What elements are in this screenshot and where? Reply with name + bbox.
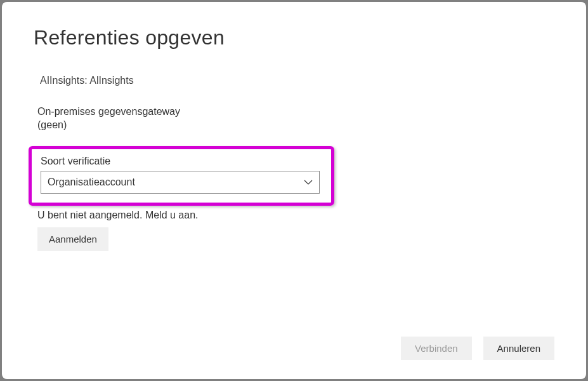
cancel-button[interactable]: Annuleren [483,337,554,360]
auth-type-selected-value: Organisatieaccount [48,177,135,188]
auth-type-label: Soort verificatie [41,156,320,167]
dialog-title: Referenties opgeven [34,26,554,50]
dialog-content: AIInsights: AlInsights On-premises gegev… [34,75,554,337]
signin-button[interactable]: Aanmelden [37,227,108,251]
gateway-label: On-premises gegevensgateway [37,104,554,119]
datasource-label: AIInsights: AlInsights [40,75,554,86]
auth-type-select[interactable]: Organisatieaccount [41,171,320,194]
dialog-footer: Verbinden Annuleren [34,337,554,360]
auth-type-select-wrap: Organisatieaccount [41,171,320,194]
credentials-dialog: Referenties opgeven AIInsights: AlInsigh… [2,2,586,379]
signin-status-text: U bent niet aangemeld. Meld u aan. [37,210,554,221]
gateway-value: (geen) [37,119,554,131]
connect-button[interactable]: Verbinden [401,337,472,360]
auth-highlight-box: Soort verificatie Organisatieaccount [29,146,334,206]
